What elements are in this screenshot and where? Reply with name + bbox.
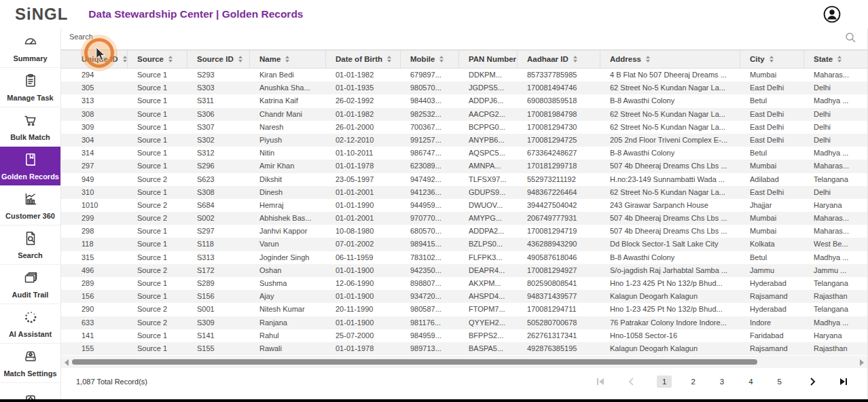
table-cell: 679897... [401, 69, 459, 81]
table-cell: Source 1 [128, 94, 187, 107]
table-cell: Delhi [804, 134, 867, 147]
page-button-1[interactable]: 1 [657, 376, 672, 388]
column-header-date-of-birth[interactable]: Date of Birth [326, 50, 401, 68]
table-cell: East Delhi [740, 121, 804, 134]
table-row[interactable]: 118Source 1S118Varun07-01-2002989415...B… [61, 238, 867, 251]
prev-page-button[interactable] [626, 376, 638, 388]
table-row[interactable]: 949Source 2S623Dikshit23-05-1997947492..… [61, 173, 867, 186]
sidebar-item-bulk-match[interactable]: Bulk Match [0, 107, 60, 147]
table-cell: 507 4b Dheeraj Dreams Chs Lbs ... [600, 225, 740, 238]
column-header-aadhaar-id[interactable]: Aadhaar ID [518, 50, 600, 68]
sidebar-item-customer-360[interactable]: Customer 360 [0, 186, 60, 225]
table-row[interactable]: 305Source 1S303Anushka Sha...01-01-19359… [61, 81, 867, 94]
sidebar-item-ai-assistant[interactable]: AI Assistant [0, 304, 60, 344]
table-cell: S309 [187, 316, 250, 329]
table-cell: Hyderabad [740, 303, 804, 316]
table-row[interactable]: 310Source 1S308Dinesh01-01-2001941236...… [61, 186, 867, 199]
table-cell: Source 1 [128, 342, 187, 355]
table-cell: AQSPC5... [459, 147, 518, 160]
table-row[interactable]: 141Source 1S141Rahul25-07-2000984959...B… [61, 329, 867, 342]
table-row[interactable]: 496Source 2S172Oshan01-01-1900942350...D… [61, 264, 867, 277]
table-cell: 294 [72, 69, 128, 81]
table-row[interactable]: 313Source 1S311Katrina Kaif26-02-1992984… [61, 94, 867, 107]
table-cell: 20-11-1990 [326, 303, 401, 316]
table-cell: 02-12-2010 [326, 134, 401, 147]
sidebar-item-audit-trail[interactable]: Audit Trail [0, 265, 60, 304]
column-header-unique-id[interactable]: Unique ID [72, 50, 128, 68]
column-header-source[interactable]: Source [128, 50, 187, 68]
table-row[interactable]: 298Source 1S297Janhvi Kappor10-08-198068… [61, 225, 867, 238]
table-cell: 310 [72, 186, 128, 199]
column-header-mobile[interactable]: Mobile [401, 50, 459, 68]
user-avatar-icon[interactable] [823, 5, 841, 23]
scroll-left-arrow-icon[interactable] [65, 359, 69, 366]
column-header-address[interactable]: Address [600, 50, 740, 68]
document-search-icon [22, 230, 39, 249]
table-cell: DDKPM... [459, 69, 518, 81]
scroll-right-arrow-icon[interactable] [860, 359, 864, 366]
table-row[interactable]: 633Source 2S309Ranjana01-01-1900981176..… [61, 316, 867, 329]
table-cell: 23-05-1997 [326, 173, 401, 186]
table-row[interactable]: 156Source 1S156Ajay01-01-1900934720...AH… [61, 290, 867, 303]
column-header-label: Source ID [197, 55, 234, 63]
table-cell: 941236... [401, 186, 459, 199]
search-icon[interactable] [844, 31, 856, 46]
scrollbar-thumb[interactable] [72, 359, 757, 365]
table-row[interactable]: 314Source 1S312Nitin01-10-2011986747...A… [61, 147, 867, 160]
table-cell: 944959... [401, 199, 459, 212]
table-cell: 155 [72, 342, 128, 355]
table-row[interactable]: 1010Source 2S684Hemraj01-01-1990944959..… [61, 199, 867, 212]
horizontal-scrollbar[interactable] [61, 356, 867, 368]
sidebar-item-search[interactable]: Search [0, 225, 60, 265]
page-button-3[interactable]: 3 [715, 376, 729, 388]
table-cell: 802590808541 [518, 277, 600, 290]
first-page-button[interactable] [594, 376, 607, 388]
table-cell: S311 [187, 94, 250, 107]
table-cell: Oshan [250, 264, 326, 277]
sidebar-item-label: Golden Records [1, 172, 59, 181]
table-cell: 1010 [72, 199, 128, 212]
table-cell: S/o-jagdish Raj Jarhabtal Samba ... [600, 264, 740, 277]
table-row[interactable]: 155Source 1S155Rawali01-01-1978989713...… [61, 342, 867, 355]
table-row[interactable]: 289Source 1S289Sushma12-06-1990898807...… [61, 277, 867, 290]
table-row[interactable]: 315Source 1S313Joginder Singh06-11-19597… [61, 251, 867, 264]
next-page-button[interactable] [806, 376, 818, 388]
table-cell: S684 [187, 199, 250, 212]
sidebar-item-settings-partial[interactable] [0, 383, 60, 399]
column-header-city[interactable]: City [740, 50, 804, 68]
table-cell: 12-06-1990 [326, 277, 401, 290]
page-button-5[interactable]: 5 [772, 376, 787, 388]
column-header-source-id[interactable]: Source ID [187, 50, 250, 68]
table-row[interactable]: 290Source 2S001Nitesh Kumar20-11-1990980… [61, 303, 867, 316]
column-header-state[interactable]: State [804, 50, 867, 68]
last-page-button[interactable] [837, 376, 850, 388]
table-cell: 304 [72, 134, 128, 147]
table-row[interactable]: 308Source 1S306Chandr Mani01-01-19829825… [61, 108, 867, 121]
table-cell: 948367226464 [518, 186, 600, 199]
page-button-2[interactable]: 2 [685, 376, 700, 388]
table-row[interactable]: 297Source 1S296Amir Khan01-01-1978623089… [61, 160, 867, 172]
table-cell: Source 1 [128, 134, 187, 147]
table-cell: Mumbai [740, 69, 804, 81]
table-cell: 01-01-1900 [326, 290, 401, 303]
table-cell: 700367... [401, 121, 459, 134]
page-button-4[interactable]: 4 [743, 376, 758, 388]
table-row[interactable]: 299Source 2S002Abhishek Bas...01-01-2001… [61, 212, 867, 225]
sidebar-item-match-settings[interactable]: Match Settings [0, 344, 60, 383]
table-cell: QYYEH2... [459, 316, 518, 329]
table-cell: Abhishek Bas... [250, 212, 326, 225]
table-cell: 01-01-1900 [326, 316, 401, 329]
column-header-name[interactable]: Name [250, 50, 326, 68]
table-row[interactable]: 309Source 1S307Naresh26-01-2000700367...… [61, 121, 867, 134]
search-input[interactable] [69, 33, 341, 41]
column-header-pan-number[interactable]: PAN Number [459, 50, 518, 68]
table-cell: Dikshit [250, 173, 326, 186]
sidebar-item-summary[interactable]: Summary [0, 29, 60, 68]
table-row[interactable]: 304Source 1S302Piyush02-12-2010991257...… [61, 134, 867, 147]
table-cell: BCPPG0... [459, 121, 518, 134]
table-row[interactable]: 294Source 1S293Kiran Bedi01-01-198267989… [61, 69, 867, 81]
sidebar-item-golden-records[interactable]: Golden Records [0, 147, 60, 186]
sidebar-item-manage-task[interactable]: Manage Task [0, 68, 60, 107]
table-cell: 980570... [401, 81, 459, 94]
table-cell: Source 1 [128, 277, 187, 290]
